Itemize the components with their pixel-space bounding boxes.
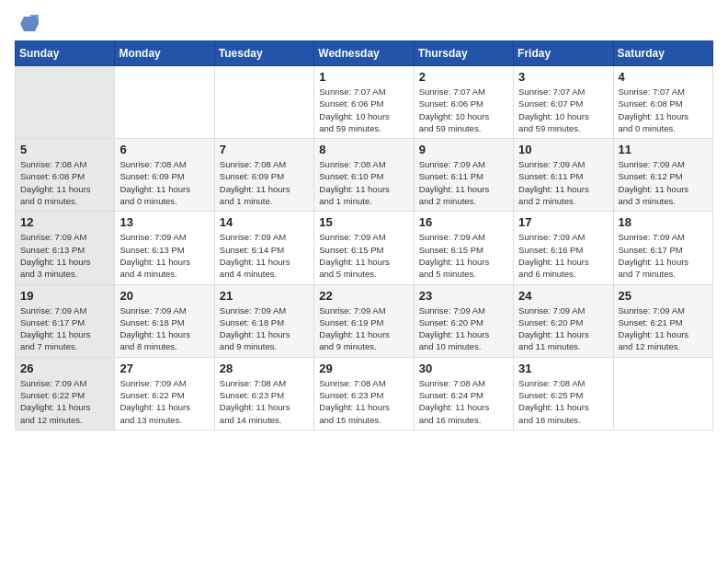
calendar-cell: 17Sunrise: 7:09 AM Sunset: 6:16 PM Dayli… — [514, 212, 613, 284]
day-info: Sunrise: 7:09 AM Sunset: 6:11 PM Dayligh… — [518, 158, 608, 207]
day-number: 15 — [319, 215, 408, 229]
day-number: 2 — [419, 70, 508, 84]
day-number: 7 — [220, 143, 309, 156]
day-number: 22 — [319, 289, 408, 303]
day-number: 5 — [20, 143, 109, 156]
page-header — [15, 15, 713, 33]
calendar-cell: 15Sunrise: 7:09 AM Sunset: 6:15 PM Dayli… — [314, 212, 414, 284]
day-info: Sunrise: 7:08 AM Sunset: 6:25 PM Dayligh… — [518, 377, 608, 426]
day-info: Sunrise: 7:08 AM Sunset: 6:24 PM Dayligh… — [419, 377, 508, 426]
calendar-cell: 3Sunrise: 7:07 AM Sunset: 6:07 PM Daylig… — [514, 66, 613, 139]
day-info: Sunrise: 7:08 AM Sunset: 6:23 PM Dayligh… — [319, 377, 408, 426]
weekday-header-monday: Monday — [115, 41, 214, 66]
day-number: 11 — [619, 143, 708, 156]
weekday-header-row: SundayMondayTuesdayWednesdayThursdayFrid… — [16, 41, 713, 66]
day-info: Sunrise: 7:09 AM Sunset: 6:20 PM Dayligh… — [518, 304, 608, 353]
day-number: 21 — [220, 289, 309, 303]
day-info: Sunrise: 7:08 AM Sunset: 6:09 PM Dayligh… — [119, 158, 209, 207]
calendar-cell — [613, 357, 712, 430]
weekday-header-friday: Friday — [514, 41, 613, 66]
day-info: Sunrise: 7:07 AM Sunset: 6:08 PM Dayligh… — [619, 86, 708, 134]
calendar-cell: 26Sunrise: 7:09 AM Sunset: 6:22 PM Dayli… — [16, 357, 115, 430]
day-info: Sunrise: 7:09 AM Sunset: 6:13 PM Dayligh… — [119, 231, 209, 280]
day-number: 27 — [119, 362, 209, 375]
day-number: 4 — [619, 70, 708, 84]
calendar-cell: 5Sunrise: 7:08 AM Sunset: 6:08 PM Daylig… — [16, 139, 115, 212]
calendar-cell: 4Sunrise: 7:07 AM Sunset: 6:08 PM Daylig… — [613, 66, 712, 139]
calendar-cell: 24Sunrise: 7:09 AM Sunset: 6:20 PM Dayli… — [514, 284, 613, 357]
day-info: Sunrise: 7:08 AM Sunset: 6:23 PM Dayligh… — [220, 377, 309, 426]
day-info: Sunrise: 7:09 AM Sunset: 6:18 PM Dayligh… — [119, 304, 209, 353]
calendar-cell — [214, 66, 313, 139]
day-number: 9 — [419, 143, 508, 156]
day-number: 8 — [319, 143, 408, 156]
calendar-cell: 28Sunrise: 7:08 AM Sunset: 6:23 PM Dayli… — [214, 357, 313, 430]
weekday-header-wednesday: Wednesday — [314, 41, 414, 66]
day-number: 10 — [518, 143, 608, 156]
day-info: Sunrise: 7:09 AM Sunset: 6:12 PM Dayligh… — [619, 158, 708, 207]
calendar-cell: 23Sunrise: 7:09 AM Sunset: 6:20 PM Dayli… — [414, 284, 513, 357]
day-info: Sunrise: 7:09 AM Sunset: 6:22 PM Dayligh… — [20, 377, 109, 426]
calendar-week-row: 5Sunrise: 7:08 AM Sunset: 6:08 PM Daylig… — [16, 139, 713, 212]
logo-icon — [17, 15, 39, 33]
day-number: 25 — [619, 289, 708, 303]
day-info: Sunrise: 7:07 AM Sunset: 6:07 PM Dayligh… — [518, 86, 608, 134]
calendar-cell: 7Sunrise: 7:08 AM Sunset: 6:09 PM Daylig… — [214, 139, 313, 212]
calendar-cell: 29Sunrise: 7:08 AM Sunset: 6:23 PM Dayli… — [314, 357, 414, 430]
day-info: Sunrise: 7:09 AM Sunset: 6:21 PM Dayligh… — [619, 304, 708, 353]
calendar-week-row: 12Sunrise: 7:09 AM Sunset: 6:13 PM Dayli… — [16, 212, 713, 284]
calendar-cell: 27Sunrise: 7:09 AM Sunset: 6:22 PM Dayli… — [115, 357, 214, 430]
day-number: 28 — [220, 362, 309, 375]
day-number: 19 — [20, 289, 109, 303]
calendar-cell: 19Sunrise: 7:09 AM Sunset: 6:17 PM Dayli… — [16, 284, 115, 357]
calendar-cell: 14Sunrise: 7:09 AM Sunset: 6:14 PM Dayli… — [214, 212, 313, 284]
logo — [15, 15, 39, 33]
day-info: Sunrise: 7:09 AM Sunset: 6:11 PM Dayligh… — [419, 158, 508, 207]
day-info: Sunrise: 7:09 AM Sunset: 6:16 PM Dayligh… — [518, 231, 608, 280]
day-info: Sunrise: 7:09 AM Sunset: 6:17 PM Dayligh… — [619, 231, 708, 280]
day-number: 17 — [518, 215, 608, 229]
weekday-header-tuesday: Tuesday — [214, 41, 313, 66]
day-info: Sunrise: 7:09 AM Sunset: 6:19 PM Dayligh… — [319, 304, 408, 353]
day-info: Sunrise: 7:08 AM Sunset: 6:10 PM Dayligh… — [319, 158, 408, 207]
calendar-week-row: 1Sunrise: 7:07 AM Sunset: 6:06 PM Daylig… — [16, 66, 713, 139]
calendar-cell — [16, 66, 115, 139]
day-number: 13 — [119, 215, 209, 229]
calendar-cell: 2Sunrise: 7:07 AM Sunset: 6:06 PM Daylig… — [414, 66, 513, 139]
calendar-cell: 18Sunrise: 7:09 AM Sunset: 6:17 PM Dayli… — [613, 212, 712, 284]
calendar-cell: 8Sunrise: 7:08 AM Sunset: 6:10 PM Daylig… — [314, 139, 414, 212]
day-info: Sunrise: 7:09 AM Sunset: 6:15 PM Dayligh… — [319, 231, 408, 280]
day-info: Sunrise: 7:09 AM Sunset: 6:14 PM Dayligh… — [220, 231, 309, 280]
day-info: Sunrise: 7:09 AM Sunset: 6:20 PM Dayligh… — [419, 304, 508, 353]
calendar-cell: 20Sunrise: 7:09 AM Sunset: 6:18 PM Dayli… — [115, 284, 214, 357]
day-info: Sunrise: 7:09 AM Sunset: 6:18 PM Dayligh… — [220, 304, 309, 353]
day-number: 26 — [20, 362, 109, 375]
weekday-header-sunday: Sunday — [16, 41, 115, 66]
day-number: 3 — [518, 70, 608, 84]
day-number: 18 — [619, 215, 708, 229]
day-info: Sunrise: 7:09 AM Sunset: 6:15 PM Dayligh… — [419, 231, 508, 280]
calendar-cell: 10Sunrise: 7:09 AM Sunset: 6:11 PM Dayli… — [514, 139, 613, 212]
weekday-header-saturday: Saturday — [613, 41, 712, 66]
day-number: 29 — [319, 362, 408, 375]
calendar-cell: 25Sunrise: 7:09 AM Sunset: 6:21 PM Dayli… — [613, 284, 712, 357]
calendar-cell: 9Sunrise: 7:09 AM Sunset: 6:11 PM Daylig… — [414, 139, 513, 212]
calendar-cell: 22Sunrise: 7:09 AM Sunset: 6:19 PM Dayli… — [314, 284, 414, 357]
weekday-header-thursday: Thursday — [414, 41, 513, 66]
calendar-cell: 13Sunrise: 7:09 AM Sunset: 6:13 PM Dayli… — [115, 212, 214, 284]
day-number: 14 — [220, 215, 309, 229]
day-info: Sunrise: 7:07 AM Sunset: 6:06 PM Dayligh… — [419, 86, 508, 134]
day-info: Sunrise: 7:08 AM Sunset: 6:08 PM Dayligh… — [20, 158, 109, 207]
day-number: 12 — [20, 215, 109, 229]
day-number: 24 — [518, 289, 608, 303]
day-number: 16 — [419, 215, 508, 229]
day-number: 30 — [419, 362, 508, 375]
calendar-cell: 11Sunrise: 7:09 AM Sunset: 6:12 PM Dayli… — [613, 139, 712, 212]
calendar-week-row: 19Sunrise: 7:09 AM Sunset: 6:17 PM Dayli… — [16, 284, 713, 357]
calendar-cell: 1Sunrise: 7:07 AM Sunset: 6:06 PM Daylig… — [314, 66, 414, 139]
day-info: Sunrise: 7:08 AM Sunset: 6:09 PM Dayligh… — [220, 158, 309, 207]
calendar-cell: 31Sunrise: 7:08 AM Sunset: 6:25 PM Dayli… — [514, 357, 613, 430]
calendar-table: SundayMondayTuesdayWednesdayThursdayFrid… — [15, 40, 713, 431]
day-number: 20 — [119, 289, 209, 303]
day-number: 6 — [119, 143, 209, 156]
